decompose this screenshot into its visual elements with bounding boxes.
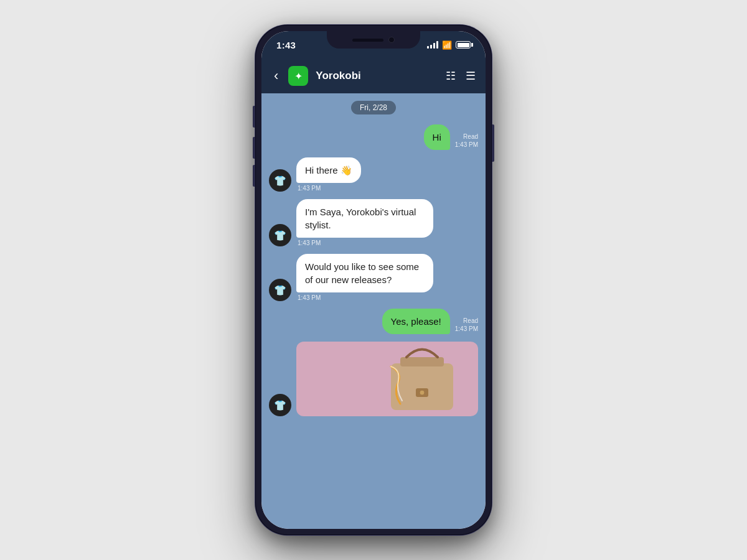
hanger-icon: 👕 xyxy=(274,230,286,241)
read-label: Read1:43 PM xyxy=(455,133,478,149)
bot-avatar: 👕 xyxy=(269,169,291,192)
message-time: 1:43 PM xyxy=(296,185,361,192)
product-card[interactable] xyxy=(296,342,478,416)
notch xyxy=(327,31,420,49)
hanger-icon: 👕 xyxy=(274,399,286,411)
date-badge: Fri, 2/28 xyxy=(269,101,478,114)
product-image-row: 👕 xyxy=(269,342,478,416)
speaker xyxy=(352,39,383,42)
bubble-wrap: I'm Saya, Yorokobi's virtual stylist. 1:… xyxy=(296,199,433,246)
status-bar: 1:43 📶 xyxy=(261,31,486,58)
hanger-icon: 👕 xyxy=(274,175,286,187)
status-time: 1:43 xyxy=(276,40,296,50)
contact-name: Yorokobi xyxy=(316,70,438,82)
signal-icon xyxy=(427,41,438,49)
back-button[interactable]: ‹ xyxy=(271,65,281,86)
bubble-wrap: Hi there 👋 1:43 PM xyxy=(296,157,361,192)
outgoing-meta: Read1:43 PM xyxy=(455,133,478,149)
message-bubble: I'm Saya, Yorokobi's virtual stylist. xyxy=(296,199,433,238)
message-time: 1:43 PM xyxy=(296,240,433,246)
svg-point-3 xyxy=(420,390,425,395)
message-time: 1:43 PM xyxy=(296,294,433,301)
svg-rect-1 xyxy=(400,357,444,366)
read-label: Read1:43 PM xyxy=(455,317,478,333)
bubble-wrap: Would you like to see some of our new re… xyxy=(296,254,433,301)
phone-frame: 1:43 📶 ‹ ✦ Yorokobi ☷ xyxy=(255,25,492,535)
message-row: Read1:43 PM Hi xyxy=(269,124,478,150)
outgoing-meta: Read1:43 PM xyxy=(455,317,478,333)
message-row: 👕 Would you like to see some of our new … xyxy=(269,254,478,301)
nav-bar: ‹ ✦ Yorokobi ☷ ☰ xyxy=(261,58,486,93)
message-row: 👕 I'm Saya, Yorokobi's virtual stylist. … xyxy=(269,199,478,246)
star-icon: ✦ xyxy=(294,70,303,82)
phone-screen: 1:43 📶 ‹ ✦ Yorokobi ☷ xyxy=(261,31,486,529)
message-bubble: Yes, please! xyxy=(382,309,450,334)
message-bubble: Hi xyxy=(424,124,450,150)
bot-avatar: 👕 xyxy=(269,279,291,301)
message-bubble: Hi there 👋 xyxy=(296,157,361,183)
message-bubble: Would you like to see some of our new re… xyxy=(296,254,433,292)
message-row: 👕 Hi there 👋 1:43 PM xyxy=(269,157,478,192)
battery-icon xyxy=(456,41,471,49)
menu-icon[interactable]: ☰ xyxy=(466,69,476,83)
bot-avatar: 👕 xyxy=(269,224,291,246)
bot-avatar: 👕 xyxy=(269,394,291,416)
nav-action-icons: ☷ ☰ xyxy=(446,69,476,83)
message-row: Read1:43 PM Yes, please! xyxy=(269,309,478,334)
chat-list-icon[interactable]: ☷ xyxy=(446,69,456,83)
status-icons: 📶 xyxy=(427,40,471,50)
contact-avatar: ✦ xyxy=(288,66,308,86)
bubble-wrap: Yes, please! xyxy=(382,309,450,334)
chat-area: Fri, 2/28 Read1:43 PM Hi 👕 xyxy=(261,93,486,529)
bubble-wrap: Hi xyxy=(424,124,450,150)
product-image xyxy=(354,342,478,416)
hanger-icon: 👕 xyxy=(274,284,286,296)
wifi-icon: 📶 xyxy=(442,40,452,50)
camera xyxy=(388,37,395,43)
